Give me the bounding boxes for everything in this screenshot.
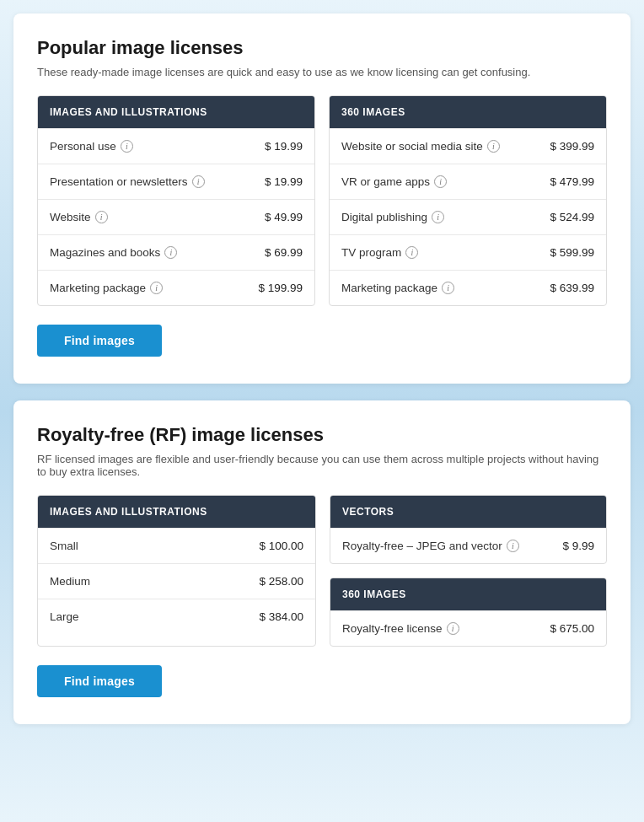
row-price: $ 599.99: [550, 246, 594, 259]
info-icon[interactable]: i: [150, 282, 163, 294]
row-label: Marketing packagei: [341, 282, 454, 294]
row-label: Royalty-free – JPEG and vectori: [342, 540, 519, 552]
table-row: Royalty-free – JPEG and vectori$ 9.99: [330, 528, 606, 563]
info-icon[interactable]: i: [95, 211, 108, 223]
info-icon[interactable]: i: [507, 540, 519, 552]
table-row: TV programi$ 599.99: [330, 234, 606, 270]
table-row: VR or game appsi$ 479.99: [330, 164, 606, 199]
row-price: $ 479.99: [550, 175, 594, 188]
section1-subtitle: These ready-made image licenses are quic…: [37, 66, 607, 78]
table-row: Large$ 384.00: [38, 599, 315, 634]
rf-360-images-header: 360 IMAGES: [330, 578, 606, 610]
row-price: $ 258.00: [259, 575, 303, 588]
row-label: Marketing packagei: [50, 282, 163, 294]
table-row: Websitei$ 49.99: [38, 199, 314, 234]
rf-right-column: VECTORS Royalty-free – JPEG and vectori$…: [330, 495, 607, 647]
popular-licenses-card: Popular image licenses These ready-made …: [13, 13, 631, 384]
rf-images-illustrations-table: IMAGES AND ILLUSTRATIONS Small$ 100.00Me…: [37, 495, 316, 647]
vectors-header: VECTORS: [330, 496, 606, 528]
section2-title: Royalty-free (RF) image licenses: [37, 424, 607, 446]
images-illustrations-header: IMAGES AND ILLUSTRATIONS: [38, 96, 314, 128]
info-icon[interactable]: i: [442, 282, 454, 294]
row-price: $ 49.99: [265, 211, 303, 223]
row-price: $ 675.00: [550, 622, 594, 635]
row-price: $ 69.99: [265, 246, 303, 259]
table-row: Medium$ 258.00: [38, 563, 315, 599]
info-icon[interactable]: i: [192, 175, 205, 188]
rf-360-images-table: 360 IMAGES Royalty-free licensei$ 675.00: [330, 578, 607, 647]
images-illustrations-table: IMAGES AND ILLUSTRATIONS Personal usei$ …: [37, 95, 315, 306]
row-label: Large: [50, 610, 79, 623]
row-price: $ 384.00: [259, 610, 303, 623]
row-label: Magazines and booksi: [50, 246, 177, 259]
row-label: Medium: [50, 575, 90, 588]
table-row: Marketing packagei$ 199.99: [38, 270, 314, 305]
row-label: Digital publishingi: [341, 211, 444, 223]
row-label: Small: [50, 540, 78, 552]
find-images-button-1[interactable]: Find images: [37, 325, 162, 357]
table-row: Presentation or newslettersi$ 19.99: [38, 164, 314, 199]
table-row: Personal usei$ 19.99: [38, 128, 314, 164]
row-price: $ 399.99: [550, 140, 594, 153]
table-row: Royalty-free licensei$ 675.00: [330, 610, 606, 646]
360-images-header: 360 IMAGES: [330, 96, 606, 128]
row-label: Presentation or newslettersi: [50, 175, 205, 188]
row-price: $ 199.99: [258, 282, 303, 294]
360-images-table: 360 IMAGES Website or social media sitei…: [329, 95, 607, 306]
row-label: VR or game appsi: [341, 175, 447, 188]
row-price: $ 19.99: [265, 140, 303, 153]
info-icon[interactable]: i: [434, 175, 447, 188]
row-price: $ 9.99: [562, 540, 594, 552]
info-icon[interactable]: i: [447, 622, 459, 635]
table-row: Marketing packagei$ 639.99: [330, 270, 606, 305]
row-label: Websitei: [50, 211, 108, 223]
section1-tables: IMAGES AND ILLUSTRATIONS Personal usei$ …: [37, 95, 607, 306]
info-icon[interactable]: i: [432, 211, 444, 223]
rf-licenses-card: Royalty-free (RF) image licenses RF lice…: [13, 400, 631, 724]
row-price: $ 100.00: [259, 540, 303, 552]
section2-subtitle: RF licensed images are flexible and user…: [37, 453, 607, 478]
row-label: Personal usei: [50, 140, 133, 153]
row-label: TV programi: [341, 246, 418, 259]
row-price: $ 524.99: [550, 211, 594, 223]
rf-images-illustrations-header: IMAGES AND ILLUSTRATIONS: [38, 496, 315, 528]
info-icon[interactable]: i: [405, 246, 418, 259]
section2-tables: IMAGES AND ILLUSTRATIONS Small$ 100.00Me…: [37, 495, 607, 647]
table-row: Magazines and booksi$ 69.99: [38, 234, 314, 270]
info-icon[interactable]: i: [487, 140, 500, 153]
info-icon[interactable]: i: [121, 140, 133, 153]
row-price: $ 639.99: [550, 282, 594, 294]
row-price: $ 19.99: [265, 175, 303, 188]
section1-title: Popular image licenses: [37, 37, 607, 59]
table-row: Website or social media sitei$ 399.99: [330, 128, 606, 164]
find-images-button-2[interactable]: Find images: [37, 665, 162, 697]
table-row: Digital publishingi$ 524.99: [330, 199, 606, 234]
info-icon[interactable]: i: [164, 246, 177, 259]
table-row: Small$ 100.00: [38, 528, 315, 563]
vectors-table: VECTORS Royalty-free – JPEG and vectori$…: [330, 495, 607, 564]
row-label: Website or social media sitei: [341, 140, 500, 153]
row-label: Royalty-free licensei: [342, 622, 459, 635]
